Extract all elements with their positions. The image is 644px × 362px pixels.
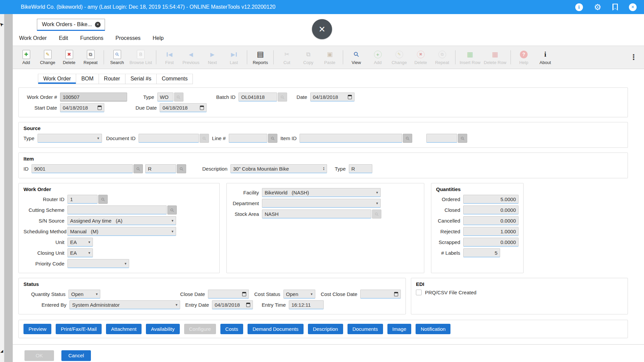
- prq-csv-checkbox[interactable]: [416, 290, 422, 295]
- cutting-scheme-lookup-button[interactable]: ⚲: [167, 205, 177, 215]
- tab-comments[interactable]: Comments: [157, 74, 193, 84]
- spinner-icon[interactable]: ▴▾: [323, 167, 325, 171]
- entry-time-input[interactable]: [289, 300, 324, 309]
- item-id-lookup-button[interactable]: ⚲: [133, 164, 143, 173]
- bookmark-icon[interactable]: [612, 4, 618, 11]
- notification-button[interactable]: Notification: [416, 324, 450, 334]
- closing-unit-select[interactable]: EA▾: [67, 248, 93, 257]
- calendar-icon[interactable]: [200, 106, 204, 110]
- document-id-input[interactable]: [139, 134, 199, 143]
- router-id-lookup-button[interactable]: ⚲: [98, 195, 108, 204]
- info-icon[interactable]: i: [575, 3, 583, 11]
- left-scrollbar[interactable]: ➤ ◢: [0, 14, 13, 362]
- toolbar-reports[interactable]: ▤ Reports: [250, 50, 271, 65]
- item-revision-lookup-button[interactable]: ⚲: [177, 164, 186, 173]
- item-type-input[interactable]: [349, 164, 372, 173]
- availability-button[interactable]: Availability: [146, 324, 180, 334]
- entered-by-select[interactable]: System Administrator▾: [69, 300, 180, 309]
- menu-edit[interactable]: Edit: [59, 35, 68, 41]
- tab-work-order[interactable]: Work Order: [38, 74, 76, 84]
- close-app-icon[interactable]: ✕: [629, 3, 637, 11]
- rejected-input[interactable]: [463, 227, 519, 236]
- router-id-label: Router ID: [23, 196, 64, 202]
- toolbar-view[interactable]: ⚲ View: [345, 50, 367, 65]
- settings-gear-icon[interactable]: ⚙: [594, 3, 601, 11]
- due-date-input[interactable]: 04/18/2018: [160, 103, 207, 112]
- toolbar-delete[interactable]: ✖ Delete: [58, 50, 80, 65]
- source-extra-lookup-button[interactable]: ⚲: [458, 134, 467, 143]
- toolbar-add[interactable]: ✚ Add: [15, 50, 37, 65]
- toolbar-about[interactable]: i About: [535, 50, 556, 65]
- department-select[interactable]: ▾: [262, 199, 381, 208]
- costs-button[interactable]: Costs: [220, 324, 243, 334]
- attachment-button[interactable]: Attachment: [106, 324, 142, 334]
- labels-count-input[interactable]: [463, 248, 500, 257]
- menu-functions[interactable]: Functions: [80, 35, 103, 41]
- entry-date-input[interactable]: 04/18/2018: [212, 300, 253, 309]
- toolbar-repeat[interactable]: ⧉ Repeat: [80, 50, 101, 65]
- source-type-select[interactable]: ▾: [38, 134, 102, 143]
- cost-status-select[interactable]: Open▾: [283, 290, 315, 299]
- tab-close-icon[interactable]: ✕: [95, 22, 101, 27]
- closed-label: Closed: [436, 207, 460, 213]
- tab-router[interactable]: Router: [99, 74, 125, 84]
- type-input[interactable]: [157, 93, 173, 102]
- calendar-icon[interactable]: [348, 95, 352, 99]
- calendar-icon[interactable]: [246, 303, 250, 307]
- demand-documents-button[interactable]: Demand Documents: [248, 324, 304, 334]
- batch-id-input[interactable]: [238, 93, 277, 102]
- cancelled-input[interactable]: [463, 216, 519, 225]
- facility-select[interactable]: BikeWorld (NASH)▾: [262, 188, 381, 197]
- description-input[interactable]: 30" Cobra Mountain Bike▴▾: [230, 164, 327, 173]
- image-button[interactable]: Image: [387, 324, 412, 334]
- unit-select[interactable]: EA▾: [67, 238, 93, 247]
- sn-source-select[interactable]: Assigned Any time (A)▾: [67, 216, 176, 225]
- source-item-id-lookup-button[interactable]: ⚲: [403, 134, 412, 143]
- overflow-menu-icon[interactable]: ⋮: [628, 53, 639, 62]
- form-content: Work Order BOM Router Serial #s Comments…: [13, 69, 644, 338]
- closed-input[interactable]: [463, 205, 519, 215]
- scheduling-method-select[interactable]: Manual (M)▾: [67, 227, 176, 236]
- tab-bom[interactable]: BOM: [76, 74, 99, 84]
- menu-work-order[interactable]: Work Order: [19, 35, 47, 41]
- work-order-number-input[interactable]: [60, 93, 127, 102]
- toolbar-last: ▶ Last: [223, 50, 245, 65]
- line-number-lookup-button[interactable]: ⚲: [268, 134, 277, 143]
- status-row: Status Quantity Status Open▾ Close Date …: [18, 278, 628, 314]
- scrollbar-track[interactable]: [0, 14, 4, 362]
- arrow-next-icon: ▶: [210, 51, 214, 58]
- menu-processes[interactable]: Processes: [115, 35, 141, 41]
- toolbar-search[interactable]: ⚲ Search: [106, 50, 128, 65]
- cutting-scheme-input[interactable]: [67, 205, 167, 215]
- ordered-input[interactable]: [463, 195, 519, 204]
- item-id-input[interactable]: [32, 164, 133, 173]
- quantity-status-select[interactable]: Open▾: [68, 290, 100, 299]
- work-orders-window: ✕ Work Orders - Bike... ✕ Work Order Edi…: [13, 14, 644, 362]
- tab-serial-numbers[interactable]: Serial #s: [125, 74, 157, 84]
- calendar-icon[interactable]: [98, 106, 102, 110]
- priority-code-select[interactable]: ▾: [67, 259, 129, 268]
- item-revision-input[interactable]: [145, 164, 176, 173]
- preview-button[interactable]: Preview: [23, 324, 51, 334]
- stock-area-input[interactable]: [262, 209, 371, 219]
- scroll-arrow-icon[interactable]: ◢: [0, 349, 3, 353]
- print-fax-email-button[interactable]: Print/Fax/E-Mail: [56, 324, 102, 334]
- toolbar-change[interactable]: ✎ Change: [37, 50, 58, 65]
- document-tab[interactable]: Work Orders - Bike... ✕: [37, 19, 105, 31]
- cancel-button[interactable]: Cancel: [61, 350, 91, 361]
- calendar-icon[interactable]: [242, 292, 246, 296]
- source-item-id-input[interactable]: [300, 134, 402, 143]
- start-date-input[interactable]: 04/18/2018: [60, 103, 104, 112]
- scrapped-input[interactable]: [463, 238, 519, 247]
- date-input[interactable]: 04/18/2018: [310, 93, 355, 102]
- description-button[interactable]: Description: [308, 324, 343, 334]
- router-id-input[interactable]: [67, 195, 98, 204]
- line-number-input[interactable]: [229, 134, 267, 143]
- menu-help[interactable]: Help: [153, 35, 164, 41]
- close-date-input[interactable]: [208, 290, 249, 299]
- cost-close-date-input[interactable]: [360, 290, 401, 299]
- source-extra-input[interactable]: [426, 134, 457, 143]
- dialog-close-button[interactable]: ✕: [312, 19, 332, 39]
- calendar-icon[interactable]: [394, 292, 398, 296]
- documents-button[interactable]: Documents: [347, 324, 383, 334]
